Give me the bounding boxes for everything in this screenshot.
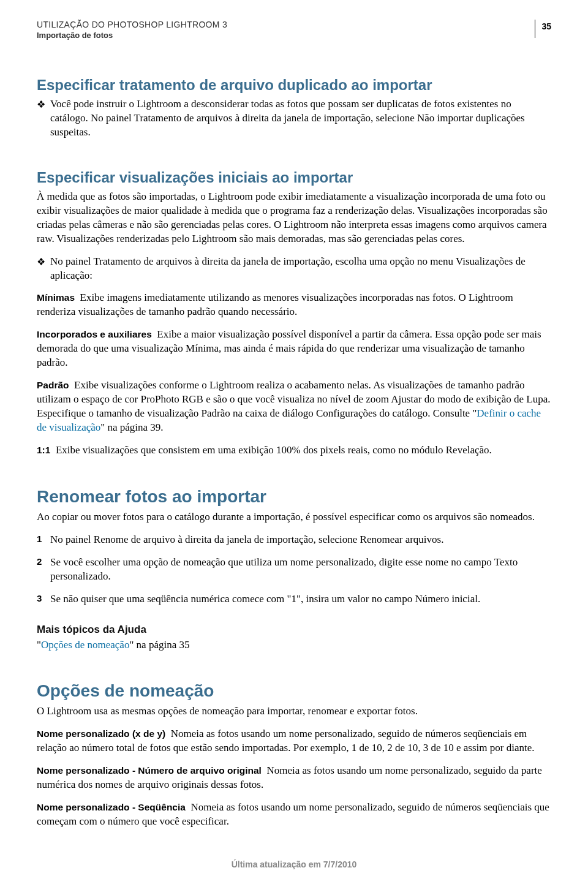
header-left: UTILIZAÇÃO DO PHOTOSHOP LIGHTROOM 3 Impo… — [37, 20, 527, 40]
step-item: No painel Renome de arquivo à direita da… — [37, 533, 551, 547]
quote-open: " — [37, 639, 41, 651]
paragraph: Ao copiar ou mover fotos para o catálogo… — [37, 510, 551, 524]
steps-list: No painel Renome de arquivo à direita da… — [37, 533, 551, 606]
term-body-a: Exibe visualizações conforme o Lightroom… — [37, 379, 550, 419]
bullet-item: ❖ No painel Tratamento de arquivos à dir… — [37, 255, 551, 283]
term-custom-sequence: Nome personalizado - Seqüência — [37, 802, 186, 812]
heading-more-help: Mais tópicos da Ajuda — [37, 624, 551, 636]
footer-last-updated: Última atualização em 7/7/2010 — [37, 859, 551, 869]
bullet-icon: ❖ — [37, 255, 50, 283]
page-number: 35 — [541, 21, 551, 31]
heading-naming-options: Opções de nomeação — [37, 681, 551, 701]
term-embedded: Incorporados e auxiliares — [37, 329, 152, 339]
page-number-container: 35 — [535, 20, 551, 38]
definition-custom-sequence: Nome personalizado - Seqüência Nomeia as… — [37, 801, 551, 829]
definition-one-to-one: 1:1 Exibe visualizações que consistem em… — [37, 444, 551, 458]
heading-rename-on-import: Renomear fotos ao importar — [37, 487, 551, 507]
term-body: Exibe imagens imediatamente utilizando a… — [37, 292, 513, 317]
step-item: Se você escolher uma opção de nomeação q… — [37, 556, 551, 584]
term-one-to-one: 1:1 — [37, 445, 50, 455]
term-custom-xofy: Nome personalizado (x de y) — [37, 728, 165, 739]
definition-embedded: Incorporados e auxiliares Exibe a maior … — [37, 328, 551, 370]
bullet-icon: ❖ — [37, 97, 50, 140]
page-header: UTILIZAÇÃO DO PHOTOSHOP LIGHTROOM 3 Impo… — [37, 20, 551, 40]
doc-title: UTILIZAÇÃO DO PHOTOSHOP LIGHTROOM 3 — [37, 20, 527, 29]
step-item: Se não quiser que uma seqüência numérica… — [37, 592, 551, 606]
term-body: Exibe visualizações que consistem em uma… — [56, 444, 492, 456]
step-text: Se não quiser que uma seqüência numérica… — [50, 592, 551, 606]
more-link-suffix: " na página 35 — [129, 639, 189, 651]
bullet-text: Você pode instruir o Lightroom a descons… — [50, 97, 551, 140]
link-naming-options[interactable]: Opções de nomeação — [41, 639, 129, 651]
paragraph: À medida que as fotos são importadas, o … — [37, 190, 551, 246]
heading-duplicate-handling: Especificar tratamento de arquivo duplic… — [37, 77, 551, 94]
page-container: UTILIZAÇÃO DO PHOTOSHOP LIGHTROOM 3 Impo… — [0, 0, 588, 882]
definition-custom-orignum: Nome personalizado - Número de arquivo o… — [37, 764, 551, 792]
term-minimal: Mínimas — [37, 292, 75, 303]
paragraph: O Lightroom usa as mesmas opções de nome… — [37, 704, 551, 719]
term-standard: Padrão — [37, 380, 69, 390]
step-text: No painel Renome de arquivo à direita da… — [50, 533, 551, 547]
definition-standard: Padrão Exibe visualizações conforme o Li… — [37, 379, 551, 435]
heading-initial-previews: Especificar visualizações iniciais ao im… — [37, 169, 551, 186]
more-help-links: "Opções de nomeação" na página 35 — [37, 638, 551, 652]
bullet-item: ❖ Você pode instruir o Lightroom a desco… — [37, 97, 551, 140]
definition-minimal: Mínimas Exibe imagens imediatamente util… — [37, 291, 551, 319]
definition-custom-xofy: Nome personalizado (x de y) Nomeia as fo… — [37, 727, 551, 755]
bullet-text: No painel Tratamento de arquivos à direi… — [50, 255, 551, 283]
doc-chapter: Importação de fotos — [37, 31, 527, 40]
term-body-b: " na página 39. — [100, 421, 163, 433]
term-custom-orignum: Nome personalizado - Número de arquivo o… — [37, 765, 262, 776]
step-text: Se você escolher uma opção de nomeação q… — [50, 556, 551, 584]
